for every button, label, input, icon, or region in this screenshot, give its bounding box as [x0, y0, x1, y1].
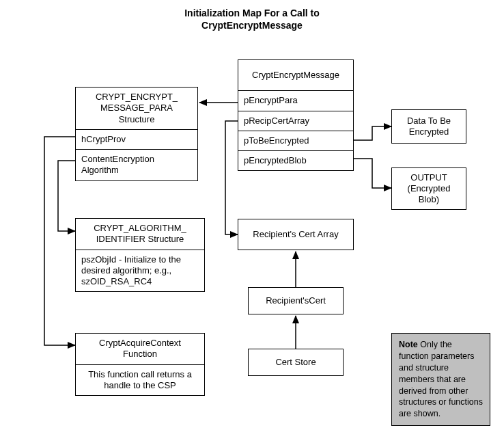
- note-text: Only the function parameters and structu…: [399, 340, 483, 418]
- box-crypt-encrypt-message: CryptEncryptMessage pEncryptPara pRecipC…: [238, 59, 354, 171]
- title-line1: Initialization Map For a Call to: [184, 8, 320, 18]
- acquire-desc: This function call returns a handle to t…: [76, 365, 204, 396]
- box-cert-store: Cert Store: [248, 349, 344, 376]
- fn-header: CryptEncryptMessage: [238, 60, 353, 91]
- para-header: CRYPT_ENCRYPT_ MESSAGE_PARA Structure: [76, 88, 197, 130]
- algid-header: CRYPT_ALGORITHM_ IDENTIFIER Structure: [76, 219, 204, 250]
- fn-ptobeencrypted: pToBeEncrypted: [238, 131, 353, 151]
- box-crypt-encrypt-message-para: CRYPT_ENCRYPT_ MESSAGE_PARA Structure hC…: [75, 87, 198, 181]
- box-output-encrypted-blob: OUTPUT (Encrypted Blob): [391, 167, 466, 210]
- diagram-title: Initialization Map For a Call to CryptEn…: [0, 7, 504, 31]
- box-crypt-algorithm-identifier: CRYPT_ALGORITHM_ IDENTIFIER Structure ps…: [75, 218, 205, 292]
- box-recipient-cert: Recipient'sCert: [248, 287, 344, 314]
- fn-precipcertarray: pRecipCertArray: [238, 111, 353, 131]
- box-recipient-cert-array: Recipient's Cert Array: [238, 219, 354, 250]
- acquire-header: CryptAcquireContext Function: [76, 334, 204, 365]
- algid-pszobjid: pszObjId - Initialize to the desired alg…: [76, 250, 204, 292]
- box-crypt-acquire-context: CryptAcquireContext Function This functi…: [75, 333, 205, 396]
- fn-pencryptpara: pEncryptPara: [238, 91, 353, 111]
- para-content-encryption-algorithm: ContentEncryption Algorithm: [76, 150, 197, 180]
- note-bold: Note: [399, 340, 418, 349]
- box-data-to-be-encrypted: Data To Be Encrypted: [391, 109, 466, 144]
- para-hcryptprov: hCryptProv: [76, 130, 197, 150]
- note-box: Note Only the function parameters and st…: [391, 333, 490, 426]
- fn-pencryptedblob: pEncryptedBlob: [238, 151, 353, 170]
- title-line2: CryptEncryptMessage: [201, 20, 303, 31]
